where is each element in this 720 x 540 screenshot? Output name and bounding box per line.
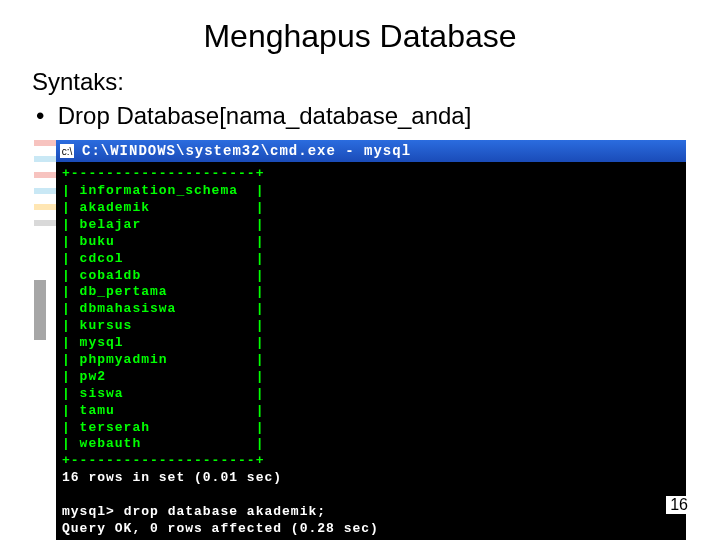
page-number: 16 [666,496,692,514]
db-row: | pw2 | [62,369,680,386]
db-row: | dbmahasiswa | [62,301,680,318]
bullet-item: • Drop Database[nama_database_anda] [32,99,688,133]
syntaks-label: Syntaks: [32,65,688,99]
db-row: | akademik | [62,200,680,217]
titlebar: c:\ C:\WINDOWS\system32\cmd.exe - mysql [56,140,686,162]
db-row: | db_pertama | [62,284,680,301]
db-row: | information_schema | [62,183,680,200]
db-row: | buku | [62,234,680,251]
stripe [34,140,56,146]
terminal-window: c:\ C:\WINDOWS\system32\cmd.exe - mysql … [56,140,686,540]
stripe [34,220,56,226]
db-row: | kursus | [62,318,680,335]
stripe [34,204,56,210]
db-row: | terserah | [62,420,680,437]
db-row: | coba1db | [62,268,680,285]
rows-status: 16 rows in set (0.01 sec) [62,470,680,487]
bullet-text: Drop Database[nama_database_anda] [58,102,472,129]
titlebar-text: C:\WINDOWS\system32\cmd.exe - mysql [82,143,411,159]
terminal-area: c:\ C:\WINDOWS\system32\cmd.exe - mysql … [34,140,686,540]
border-bottom: +---------------------+ [62,453,680,470]
db-row: | phpmyadmin | [62,352,680,369]
drop-result: Query OK, 0 rows affected (0.28 sec) [62,521,680,538]
stripe [34,188,56,194]
db-row: | webauth | [62,436,680,453]
database-list: | information_schema || akademik || bela… [62,183,680,453]
gray-block [34,280,46,340]
cmd-icon: c:\ [60,144,74,158]
db-row: | cdcol | [62,251,680,268]
db-row: | tamu | [62,403,680,420]
side-strip [34,140,56,540]
content-block: Syntaks: • Drop Database[nama_database_a… [0,59,720,132]
db-row: | belajar | [62,217,680,234]
drop-line: mysql> drop database akademik; [62,504,680,521]
terminal-output: +---------------------+ | information_sc… [56,162,686,540]
stripe [34,172,56,178]
stripe [34,156,56,162]
db-row: | siswa | [62,386,680,403]
slide-title: Menghapus Database [0,0,720,59]
border-top: +---------------------+ [62,166,680,183]
db-row: | mysql | [62,335,680,352]
